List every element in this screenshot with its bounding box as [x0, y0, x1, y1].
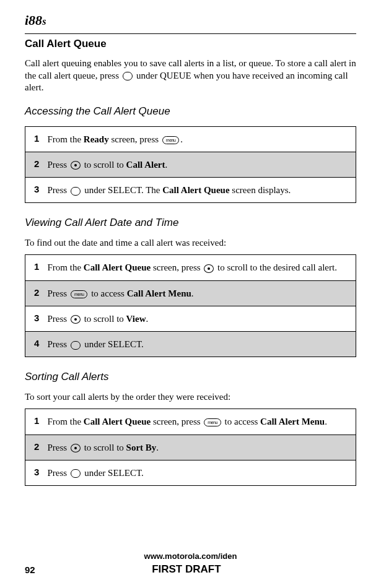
step-number: 4 — [25, 332, 48, 357]
table-row: 3Press under SELECT. The Call Alert Queu… — [25, 178, 356, 203]
nav-icon — [71, 161, 81, 170]
step-text-part: From the — [48, 262, 84, 272]
nav-icon — [204, 264, 214, 273]
table-row: 2Press to scroll to Sort By. — [25, 435, 356, 460]
step-text-part: under SELECT. — [82, 339, 143, 349]
header-divider — [25, 33, 356, 34]
step-text: Press menu to access Call Alert Menu. — [48, 280, 356, 306]
step-text-part: Press — [48, 185, 69, 195]
accessing-steps-table: 1From the Ready screen, press menu.2Pres… — [25, 126, 356, 204]
step-text-part: . — [165, 160, 168, 170]
step-text: Press under SELECT. — [48, 332, 356, 357]
viewing-intro: To find out the date and time a call ale… — [25, 238, 356, 248]
viewing-steps-table: 1From the Call Alert Queue screen, press… — [25, 254, 356, 357]
step-text-part: Press — [48, 339, 69, 349]
page-footer: www.motorola.com/iden 92 FIRST DRAFT — [25, 551, 356, 576]
step-text-part: to access — [89, 288, 126, 298]
step-number: 3 — [25, 460, 48, 485]
menu-icon: menu — [204, 418, 221, 426]
draft-label: FIRST DRAFT — [35, 563, 338, 576]
step-text-part: to scroll to — [82, 443, 126, 452]
step-text-part: to scroll to — [82, 314, 126, 324]
button-icon — [71, 341, 81, 350]
footer-url: www.motorola.com/iden — [25, 551, 356, 561]
nav-icon — [71, 315, 81, 324]
step-text-part: Press — [48, 443, 69, 452]
bold-term: Ready — [84, 134, 109, 144]
table-row: 4Press under SELECT. — [25, 332, 356, 357]
step-text-part: under SELECT. — [82, 468, 143, 478]
step-text: Press under SELECT. — [48, 460, 356, 485]
button-icon — [123, 72, 133, 80]
step-text-part: screen, press — [151, 417, 203, 426]
step-text-part: From the — [48, 134, 84, 144]
table-row: 2Press menu to access Call Alert Menu. — [25, 280, 356, 306]
step-text: Press to scroll to Call Alert. — [48, 152, 356, 177]
bold-term: Call Alert Queue — [84, 262, 151, 272]
step-text: Press under SELECT. The Call Alert Queue… — [48, 178, 356, 203]
step-text: From the Ready screen, press menu. — [48, 126, 356, 152]
bold-term: View — [126, 314, 146, 324]
table-row: 2Press to scroll to Call Alert. — [25, 152, 356, 177]
step-number: 2 — [25, 435, 48, 460]
subsection-accessing-title: Accessing the Call Alert Queue — [25, 105, 356, 118]
section-title: Call Alert Queue — [25, 38, 356, 50]
step-text: Press to scroll to View. — [48, 306, 356, 331]
subsection-viewing-title: Viewing Call Alert Date and Time — [25, 217, 356, 229]
bold-term: Sort By — [126, 443, 157, 452]
step-text-part: Press — [48, 288, 69, 298]
step-number: 3 — [25, 178, 48, 203]
step-text-part: under SELECT. The — [82, 185, 162, 195]
bold-term: Call Alert Menu — [260, 417, 325, 426]
step-text-part: Press — [48, 468, 69, 478]
step-text-part: screen displays. — [230, 185, 291, 195]
sorting-intro: To sort your call alerts by the order th… — [25, 392, 356, 402]
table-row: 1From the Call Alert Queue screen, press… — [25, 255, 356, 280]
device-model-logo: i88s — [25, 12, 356, 28]
nav-icon — [71, 444, 81, 452]
step-text-part: screen, press — [151, 262, 203, 272]
step-number: 1 — [25, 255, 48, 280]
step-text-part: . — [180, 134, 183, 144]
step-text-part: to access — [222, 417, 260, 426]
step-text: Press to scroll to Sort By. — [48, 435, 356, 460]
step-number: 1 — [25, 409, 48, 435]
step-text-part: From the — [48, 417, 84, 426]
table-row: 3Press under SELECT. — [25, 460, 356, 485]
bold-term: Call Alert — [126, 160, 165, 170]
bold-term: Call Alert Menu — [127, 288, 191, 298]
step-text: From the Call Alert Queue screen, press … — [48, 255, 356, 280]
bold-term: Call Alert Queue — [84, 417, 151, 426]
step-text-part: . — [191, 288, 194, 298]
step-text-part: . — [325, 417, 327, 426]
step-number: 1 — [25, 126, 48, 152]
step-text-part: . — [146, 314, 149, 324]
intro-paragraph: Call alert queuing enables you to save c… — [25, 58, 356, 94]
step-number: 3 — [25, 306, 48, 331]
subsection-sorting-title: Sorting Call Alerts — [25, 371, 356, 383]
step-text-part: screen, press — [109, 134, 161, 144]
step-text-part: Press — [48, 314, 69, 324]
step-number: 2 — [25, 152, 48, 177]
menu-icon: menu — [162, 136, 180, 144]
button-icon — [71, 469, 81, 478]
step-text-part: Press — [48, 160, 69, 170]
bold-term: Call Alert Queue — [162, 185, 229, 195]
button-icon — [71, 187, 81, 196]
page-number: 92 — [25, 564, 35, 575]
table-row: 1From the Call Alert Queue screen, press… — [25, 409, 356, 435]
step-text-part: to scroll to the desired call alert. — [215, 262, 337, 272]
step-text: From the Call Alert Queue screen, press … — [48, 409, 356, 435]
table-row: 1From the Ready screen, press menu. — [25, 126, 356, 152]
sorting-steps-table: 1From the Call Alert Queue screen, press… — [25, 409, 356, 486]
device-model-text: i88s — [25, 12, 46, 28]
footer-bottom: 92 FIRST DRAFT — [25, 563, 356, 576]
menu-icon: menu — [71, 290, 88, 298]
step-text-part: to scroll to — [82, 160, 126, 170]
step-text-part: . — [156, 443, 159, 452]
table-row: 3Press to scroll to View. — [25, 306, 356, 331]
step-number: 2 — [25, 280, 48, 306]
